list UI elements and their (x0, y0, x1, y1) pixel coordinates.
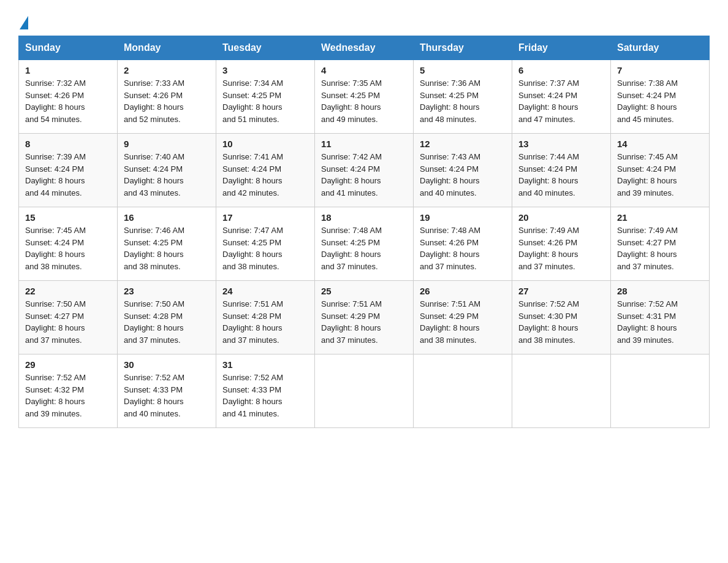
calendar-cell: 29 Sunrise: 7:52 AM Sunset: 4:32 PM Dayl… (19, 354, 118, 428)
day-info: Sunrise: 7:50 AM Sunset: 4:28 PM Dayligh… (124, 298, 210, 346)
calendar-cell: 2 Sunrise: 7:33 AM Sunset: 4:26 PM Dayli… (118, 60, 216, 134)
column-header-sunday: Sunday (19, 36, 118, 60)
calendar-cell: 14 Sunrise: 7:45 AM Sunset: 4:24 PM Dayl… (611, 134, 710, 207)
calendar-cell (414, 354, 512, 428)
day-info: Sunrise: 7:51 AM Sunset: 4:29 PM Dayligh… (420, 298, 506, 346)
calendar-week-row: 29 Sunrise: 7:52 AM Sunset: 4:32 PM Dayl… (19, 354, 710, 428)
day-info: Sunrise: 7:45 AM Sunset: 4:24 PM Dayligh… (617, 151, 703, 199)
day-number: 16 (124, 212, 210, 223)
logo (18, 15, 29, 25)
day-info: Sunrise: 7:49 AM Sunset: 4:27 PM Dayligh… (617, 224, 703, 272)
calendar-cell: 10 Sunrise: 7:41 AM Sunset: 4:24 PM Dayl… (216, 134, 315, 207)
day-info: Sunrise: 7:40 AM Sunset: 4:24 PM Dayligh… (124, 151, 210, 199)
calendar-cell: 15 Sunrise: 7:45 AM Sunset: 4:24 PM Dayl… (19, 207, 118, 281)
column-header-thursday: Thursday (414, 36, 512, 60)
day-number: 2 (124, 65, 210, 75)
day-number: 3 (222, 65, 308, 75)
calendar-cell: 26 Sunrise: 7:51 AM Sunset: 4:29 PM Dayl… (414, 281, 512, 354)
column-header-saturday: Saturday (611, 36, 710, 60)
calendar-week-row: 22 Sunrise: 7:50 AM Sunset: 4:27 PM Dayl… (19, 281, 710, 354)
day-number: 9 (124, 139, 210, 149)
day-number: 24 (222, 286, 308, 296)
calendar-cell: 31 Sunrise: 7:52 AM Sunset: 4:33 PM Dayl… (216, 354, 315, 428)
day-number: 20 (518, 212, 604, 223)
day-info: Sunrise: 7:42 AM Sunset: 4:24 PM Dayligh… (321, 151, 407, 199)
calendar-cell: 12 Sunrise: 7:43 AM Sunset: 4:24 PM Dayl… (414, 134, 512, 207)
day-info: Sunrise: 7:48 AM Sunset: 4:25 PM Dayligh… (321, 224, 407, 272)
calendar-cell: 20 Sunrise: 7:49 AM Sunset: 4:26 PM Dayl… (512, 207, 611, 281)
day-number: 29 (25, 359, 111, 370)
day-info: Sunrise: 7:37 AM Sunset: 4:24 PM Dayligh… (518, 77, 604, 125)
calendar-cell (315, 354, 414, 428)
day-number: 22 (25, 286, 111, 296)
calendar-cell: 28 Sunrise: 7:52 AM Sunset: 4:31 PM Dayl… (611, 281, 710, 354)
day-info: Sunrise: 7:39 AM Sunset: 4:24 PM Dayligh… (25, 151, 111, 199)
calendar-cell: 16 Sunrise: 7:46 AM Sunset: 4:25 PM Dayl… (118, 207, 216, 281)
day-number: 28 (617, 286, 703, 296)
calendar-cell: 17 Sunrise: 7:47 AM Sunset: 4:25 PM Dayl… (216, 207, 315, 281)
day-info: Sunrise: 7:43 AM Sunset: 4:24 PM Dayligh… (420, 151, 506, 199)
day-number: 18 (321, 212, 407, 223)
day-info: Sunrise: 7:33 AM Sunset: 4:26 PM Dayligh… (124, 77, 210, 125)
calendar-cell: 11 Sunrise: 7:42 AM Sunset: 4:24 PM Dayl… (315, 134, 414, 207)
day-info: Sunrise: 7:36 AM Sunset: 4:25 PM Dayligh… (420, 77, 506, 125)
day-info: Sunrise: 7:35 AM Sunset: 4:25 PM Dayligh… (321, 77, 407, 125)
day-info: Sunrise: 7:52 AM Sunset: 4:31 PM Dayligh… (617, 298, 703, 346)
day-number: 23 (124, 286, 210, 296)
day-number: 26 (420, 286, 506, 296)
day-number: 17 (222, 212, 308, 223)
day-number: 19 (420, 212, 506, 223)
calendar-cell: 13 Sunrise: 7:44 AM Sunset: 4:24 PM Dayl… (512, 134, 611, 207)
day-number: 10 (222, 139, 308, 149)
day-number: 21 (617, 212, 703, 223)
day-number: 25 (321, 286, 407, 296)
day-number: 14 (617, 139, 703, 149)
calendar-cell: 24 Sunrise: 7:51 AM Sunset: 4:28 PM Dayl… (216, 281, 315, 354)
calendar-cell: 22 Sunrise: 7:50 AM Sunset: 4:27 PM Dayl… (19, 281, 118, 354)
day-info: Sunrise: 7:38 AM Sunset: 4:24 PM Dayligh… (617, 77, 703, 125)
day-number: 27 (518, 286, 604, 296)
day-info: Sunrise: 7:34 AM Sunset: 4:25 PM Dayligh… (222, 77, 308, 125)
day-info: Sunrise: 7:45 AM Sunset: 4:24 PM Dayligh… (25, 224, 111, 272)
calendar-cell: 6 Sunrise: 7:37 AM Sunset: 4:24 PM Dayli… (512, 60, 611, 134)
day-info: Sunrise: 7:52 AM Sunset: 4:30 PM Dayligh… (518, 298, 604, 346)
calendar-header-row: SundayMondayTuesdayWednesdayThursdayFrid… (19, 36, 710, 60)
day-info: Sunrise: 7:47 AM Sunset: 4:25 PM Dayligh… (222, 224, 308, 272)
day-info: Sunrise: 7:52 AM Sunset: 4:33 PM Dayligh… (124, 372, 210, 419)
column-header-monday: Monday (118, 36, 216, 60)
calendar-cell: 23 Sunrise: 7:50 AM Sunset: 4:28 PM Dayl… (118, 281, 216, 354)
calendar-cell: 5 Sunrise: 7:36 AM Sunset: 4:25 PM Dayli… (414, 60, 512, 134)
calendar-table: SundayMondayTuesdayWednesdayThursdayFrid… (18, 36, 710, 428)
day-info: Sunrise: 7:46 AM Sunset: 4:25 PM Dayligh… (124, 224, 210, 272)
day-number: 30 (124, 359, 210, 370)
day-info: Sunrise: 7:52 AM Sunset: 4:33 PM Dayligh… (222, 372, 308, 419)
calendar-cell (512, 354, 611, 428)
day-info: Sunrise: 7:32 AM Sunset: 4:26 PM Dayligh… (25, 77, 111, 125)
column-header-friday: Friday (512, 36, 611, 60)
day-info: Sunrise: 7:49 AM Sunset: 4:26 PM Dayligh… (518, 224, 604, 272)
day-number: 5 (420, 65, 506, 75)
day-number: 11 (321, 139, 407, 149)
calendar-cell: 3 Sunrise: 7:34 AM Sunset: 4:25 PM Dayli… (216, 60, 315, 134)
calendar-cell: 30 Sunrise: 7:52 AM Sunset: 4:33 PM Dayl… (118, 354, 216, 428)
page-header (18, 15, 710, 25)
day-info: Sunrise: 7:50 AM Sunset: 4:27 PM Dayligh… (25, 298, 111, 346)
day-info: Sunrise: 7:51 AM Sunset: 4:28 PM Dayligh… (222, 298, 308, 346)
day-number: 4 (321, 65, 407, 75)
calendar-week-row: 15 Sunrise: 7:45 AM Sunset: 4:24 PM Dayl… (19, 207, 710, 281)
logo-triangle-icon (20, 16, 28, 29)
day-info: Sunrise: 7:41 AM Sunset: 4:24 PM Dayligh… (222, 151, 308, 199)
calendar-cell: 18 Sunrise: 7:48 AM Sunset: 4:25 PM Dayl… (315, 207, 414, 281)
day-info: Sunrise: 7:48 AM Sunset: 4:26 PM Dayligh… (420, 224, 506, 272)
day-number: 12 (420, 139, 506, 149)
calendar-cell: 1 Sunrise: 7:32 AM Sunset: 4:26 PM Dayli… (19, 60, 118, 134)
day-number: 8 (25, 139, 111, 149)
calendar-cell: 9 Sunrise: 7:40 AM Sunset: 4:24 PM Dayli… (118, 134, 216, 207)
day-info: Sunrise: 7:51 AM Sunset: 4:29 PM Dayligh… (321, 298, 407, 346)
day-info: Sunrise: 7:44 AM Sunset: 4:24 PM Dayligh… (518, 151, 604, 199)
calendar-cell: 8 Sunrise: 7:39 AM Sunset: 4:24 PM Dayli… (19, 134, 118, 207)
calendar-week-row: 1 Sunrise: 7:32 AM Sunset: 4:26 PM Dayli… (19, 60, 710, 134)
calendar-cell: 7 Sunrise: 7:38 AM Sunset: 4:24 PM Dayli… (611, 60, 710, 134)
calendar-cell: 19 Sunrise: 7:48 AM Sunset: 4:26 PM Dayl… (414, 207, 512, 281)
calendar-cell: 25 Sunrise: 7:51 AM Sunset: 4:29 PM Dayl… (315, 281, 414, 354)
